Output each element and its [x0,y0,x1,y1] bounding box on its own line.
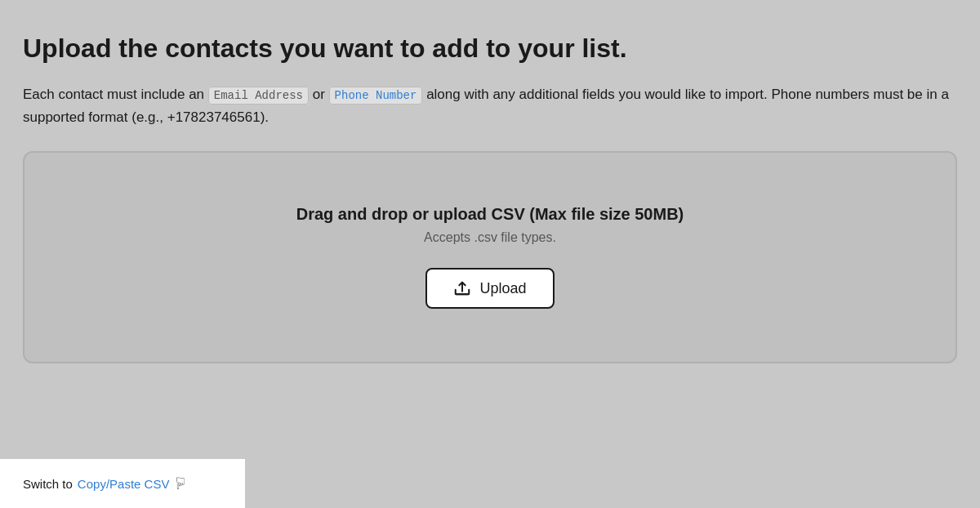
upload-button-label: Upload [479,280,526,297]
copy-paste-csv-link[interactable]: Copy/Paste CSV [78,477,170,491]
footer-bar: Switch to Copy/Paste CSV ☟ [0,459,245,508]
email-address-badge: Email Address [208,87,309,105]
cursor-icon: ☟ [176,474,185,493]
phone-number-badge: Phone Number [329,87,423,105]
description-before: Each contact must include an [23,87,208,102]
dropzone-title: Drag and drop or upload CSV (Max file si… [296,205,684,224]
switch-text: Switch to [23,477,73,491]
page-title: Upload the contacts you want to add to y… [23,33,957,64]
upload-icon [453,279,471,297]
drop-zone[interactable]: Drag and drop or upload CSV (Max file si… [23,151,957,363]
dropzone-subtitle: Accepts .csv file types. [424,230,556,245]
upload-button[interactable]: Upload [425,268,554,309]
connector-text: or [309,87,329,102]
description-paragraph: Each contact must include an Email Addre… [23,83,957,127]
page-container: Upload the contacts you want to add to y… [0,0,980,508]
